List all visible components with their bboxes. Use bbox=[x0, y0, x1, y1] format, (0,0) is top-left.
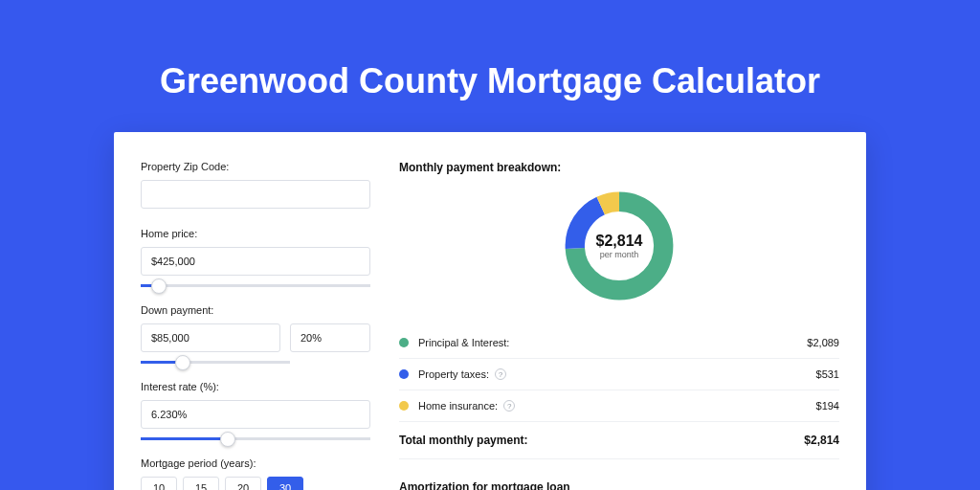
rate-label: Interest rate (%): bbox=[141, 381, 370, 392]
hero: Greenwood County Mortgage Calculator bbox=[0, 0, 980, 101]
line-value-tax: $531 bbox=[816, 368, 839, 380]
line-value-ins: $194 bbox=[816, 400, 839, 412]
breakdown-panel: Monthly payment breakdown: $2,814 per mo… bbox=[399, 161, 839, 490]
donut-chart: $2,814 per month bbox=[561, 188, 678, 304]
down-payment-field: Down payment: bbox=[141, 304, 370, 352]
donut-center: $2,814 per month bbox=[561, 188, 678, 304]
dot-ins bbox=[399, 401, 409, 411]
line-pi: Principal & Interest:$2,089 bbox=[399, 327, 839, 359]
donut-sub: per month bbox=[600, 250, 639, 259]
line-ins: Home insurance:?$194 bbox=[399, 390, 839, 422]
down-payment-input[interactable] bbox=[141, 323, 280, 352]
line-label-ins: Home insurance: bbox=[418, 400, 498, 412]
period-field: Mortgage period (years): 10152030 bbox=[141, 457, 370, 490]
dot-pi bbox=[399, 338, 409, 347]
help-icon[interactable]: ? bbox=[503, 400, 515, 412]
down-payment-label: Down payment: bbox=[141, 304, 370, 316]
period-btn-10[interactable]: 10 bbox=[141, 477, 177, 490]
line-label-tax: Property taxes: bbox=[418, 368, 489, 380]
period-row: 10152030 bbox=[141, 477, 370, 490]
dot-tax bbox=[399, 369, 409, 379]
down-payment-slider[interactable] bbox=[141, 361, 290, 364]
period-btn-20[interactable]: 20 bbox=[225, 477, 261, 490]
form-panel: Property Zip Code: Home price: Down paym… bbox=[141, 161, 370, 490]
line-label-pi: Principal & Interest: bbox=[418, 337, 509, 348]
zip-input[interactable] bbox=[141, 180, 370, 209]
total-row: Total monthly payment: $2,814 bbox=[399, 422, 839, 459]
total-value: $2,814 bbox=[804, 434, 839, 447]
donut-amount: $2,814 bbox=[596, 233, 643, 250]
amort-title: Amortization for mortgage loan bbox=[399, 480, 839, 490]
down-payment-pct-input[interactable] bbox=[290, 323, 370, 352]
donut-area: $2,814 per month bbox=[399, 188, 839, 304]
period-btn-30[interactable]: 30 bbox=[267, 477, 303, 490]
breakdown-title: Monthly payment breakdown: bbox=[399, 161, 839, 174]
page-title: Greenwood County Mortgage Calculator bbox=[0, 61, 980, 101]
zip-field: Property Zip Code: bbox=[141, 161, 370, 209]
help-icon[interactable]: ? bbox=[495, 368, 506, 380]
total-label: Total monthly payment: bbox=[399, 434, 527, 447]
rate-field: Interest rate (%): bbox=[141, 381, 370, 429]
zip-label: Property Zip Code: bbox=[141, 161, 370, 172]
home-price-slider[interactable] bbox=[141, 284, 370, 287]
breakdown-lines: Principal & Interest:$2,089Property taxe… bbox=[399, 327, 839, 422]
home-price-label: Home price: bbox=[141, 228, 370, 239]
line-value-pi: $2,089 bbox=[807, 337, 839, 348]
line-tax: Property taxes:?$531 bbox=[399, 359, 839, 390]
period-btn-15[interactable]: 15 bbox=[183, 477, 219, 490]
rate-slider[interactable] bbox=[141, 437, 370, 440]
period-label: Mortgage period (years): bbox=[141, 457, 370, 469]
rate-input[interactable] bbox=[141, 400, 370, 429]
calculator-card: Property Zip Code: Home price: Down paym… bbox=[114, 132, 866, 490]
home-price-input[interactable] bbox=[141, 247, 370, 276]
home-price-field: Home price: bbox=[141, 228, 370, 276]
